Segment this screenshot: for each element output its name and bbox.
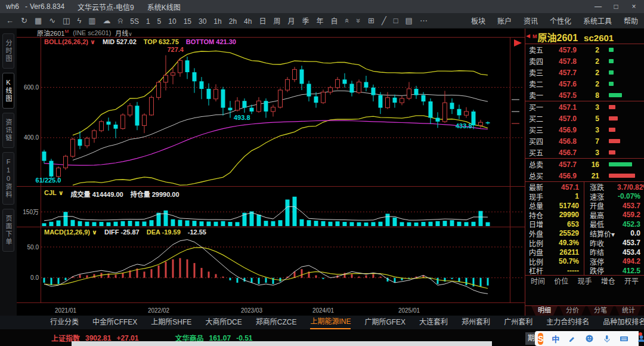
period-button-9[interactable]: 4h	[244, 17, 252, 26]
sidebar-tab-f10[interactable]: F10资料	[2, 152, 14, 205]
toolbar-kline-chart-icon[interactable]: ◫	[63, 16, 70, 25]
period-button-7[interactable]: 1h	[213, 17, 221, 26]
menu-account[interactable]: 账户	[497, 16, 512, 26]
bottom-tab-dce[interactable]: 大商所DCE	[205, 316, 242, 329]
macd-label[interactable]: MACD(12,26,9) ∨	[44, 228, 97, 236]
period-selector[interactable]: 月线∨	[115, 28, 132, 38]
menu-personalize[interactable]: 个性化	[550, 16, 571, 26]
detail-label: 涨停	[584, 257, 617, 267]
period-button-8[interactable]: 2h	[229, 17, 237, 26]
user-icon[interactable]	[637, 334, 644, 343]
app-window: wh6 - Ver6.8.834 文华云节点-电信9 系统K线图 —□× ←↻▦…	[0, 0, 644, 346]
ladder-bar-wrap	[599, 139, 642, 143]
period-button-3[interactable]: 5	[157, 17, 162, 26]
close-button[interactable]: ×	[630, 2, 638, 11]
panel-tab-price-dist[interactable]: 分价	[559, 306, 586, 316]
ladder-qty-bar	[609, 59, 614, 63]
toolbar-more-icon[interactable]: ⋯	[420, 16, 428, 25]
period-button-4[interactable]: 10	[168, 17, 176, 26]
bottom-tab-cffex[interactable]: 中金所CFFEX	[92, 316, 137, 329]
bottom-tab-ine[interactable]: 上期能源INE	[310, 316, 351, 329]
panel-tab-ticks[interactable]: 分笔	[587, 306, 614, 316]
toolbar-report-icon[interactable]: ▤	[405, 16, 413, 25]
panel-symbol-code: sc2601	[584, 33, 614, 43]
boll-label[interactable]: BOLL(26,26,2) ∨	[44, 38, 95, 46]
boll-bottom-value: BOTTOM 421.30	[186, 38, 236, 46]
period-button-6[interactable]: 30	[199, 17, 206, 26]
toolbar-multi-chart-icon[interactable]: ▥	[88, 16, 95, 25]
keyboard-icon[interactable]	[620, 334, 628, 343]
toolbar-refresh-icon[interactable]: ↻	[21, 16, 27, 25]
ladder-row-ask[interactable]: 卖三457.72	[525, 67, 644, 78]
period-button-1[interactable]: 5S	[130, 17, 139, 26]
bottom-tab-industry[interactable]: 行业分类	[50, 316, 79, 329]
toolbar-quote-table-icon[interactable]: ▦	[35, 16, 42, 25]
maximize-button[interactable]: □	[612, 2, 620, 11]
period-button-14[interactable]: 年	[316, 17, 323, 26]
ladder-row-total[interactable]: 总卖457.716	[525, 159, 644, 170]
ime-language-mode[interactable]: 中	[552, 333, 559, 344]
tape-body[interactable]	[525, 286, 644, 307]
toolbar-add-pane-icon[interactable]: ⊞	[368, 16, 374, 25]
ladder-row-bid[interactable]: 买三456.93	[525, 124, 644, 135]
bottom-tab-shfe[interactable]: 上期所SHFE	[151, 316, 191, 329]
detail-label: 现手	[529, 191, 548, 202]
bottom-tab-dalian-arb[interactable]: 大连套利	[419, 316, 448, 329]
sidebar-tab-page-order[interactable]: 页面下单	[2, 209, 14, 252]
microphone-icon[interactable]	[602, 334, 611, 343]
panel-tab-stats[interactable]: 统计	[615, 306, 642, 316]
menu-boards[interactable]: 板块	[471, 16, 485, 26]
bottom-tab-weighted-rank[interactable]: 品种加权排名	[603, 316, 644, 329]
toolbar-time-chart-icon[interactable]: ∿	[49, 16, 55, 25]
toolbar-expand-down-icon[interactable]: »	[351, 18, 366, 23]
ladder-row-ask[interactable]: 卖一457.58	[525, 89, 644, 101]
menu-help[interactable]: 帮助	[624, 16, 638, 26]
ladder-row-bid[interactable]: 买四456.87	[525, 135, 644, 147]
emoji-icon[interactable]	[585, 334, 594, 343]
detail-label: 持仓	[529, 210, 548, 220]
bottom-tab-main-contract-rank[interactable]: 主力合约排名	[546, 316, 589, 329]
period-button-11[interactable]: 周	[273, 17, 280, 26]
pen-icon[interactable]	[568, 334, 577, 343]
bottom-tab-zhengzhou-arb[interactable]: 郑州套利	[462, 316, 490, 329]
menu-news[interactable]: 资讯	[524, 16, 538, 26]
ladder-row-ask[interactable]: 卖四457.82	[525, 55, 644, 67]
period-button-5[interactable]: 15	[184, 17, 191, 26]
cjl-label[interactable]: CJL ∨	[44, 189, 64, 199]
ladder-row-bid[interactable]: 买一457.13	[525, 101, 644, 113]
sogou-logo-icon[interactable]: S	[538, 333, 543, 345]
bottom-tab-czce[interactable]: 郑商所CZCE	[256, 316, 297, 329]
ladder-row-ask[interactable]: 卖五457.92	[525, 44, 644, 55]
kline-chart-canvas[interactable]: 600.0400.0150万50.00.0727.4493.8433.861/2…	[17, 37, 525, 306]
ladder-qty-bar	[609, 82, 614, 86]
bottom-tab-guangzhou-arb[interactable]: 广州套利	[504, 316, 532, 329]
toolbar-back-icon[interactable]: ←	[6, 16, 14, 25]
bottom-tab-gfex[interactable]: 广期所GFEX	[364, 316, 405, 329]
toolbar-rect-tool-icon[interactable]: □	[394, 16, 398, 25]
period-button-2[interactable]: 1	[146, 17, 150, 26]
minimize-button[interactable]: —	[594, 2, 602, 11]
menu-system-tools[interactable]: 系统工具	[583, 16, 612, 26]
period-button-13[interactable]: 季	[302, 17, 309, 26]
toolbar-alert-icon[interactable]: ⍾	[118, 16, 123, 25]
ladder-row-ask[interactable]: 卖二457.62	[525, 78, 644, 89]
ladder-row-total[interactable]: 总买456.921	[525, 170, 644, 181]
period-button-12[interactable]: 月	[287, 17, 295, 26]
ladder-qty-bar	[609, 128, 615, 132]
toolbar-draw-line-icon[interactable]: ╱	[382, 16, 386, 25]
title-dash: -	[25, 2, 27, 11]
sidebar-tab-kline[interactable]: K线图	[2, 73, 14, 109]
x-axis: 2021/012022/022023/032024/012025/01	[17, 306, 525, 316]
toolbar-cloud-icon[interactable]: ☁	[103, 16, 111, 25]
sidebar-tab-news-chain[interactable]: 资讯链	[2, 113, 14, 148]
tape-header: 时间价位现手增仓开平	[525, 275, 644, 286]
period-button-10[interactable]: 日	[259, 17, 266, 26]
ladder-row-bid[interactable]: 买二457.05	[525, 113, 644, 124]
sidebar-tab-time-chart[interactable]: 分时图	[2, 33, 14, 69]
ladder-qty-bar	[609, 174, 635, 178]
panel-tab-detail[interactable]: 明细	[531, 306, 558, 316]
toolbar-indicator-icon[interactable]: ϟ	[77, 16, 81, 25]
ladder-qty: 5	[577, 115, 599, 123]
ladder-row-bid[interactable]: 买五456.73	[525, 147, 644, 158]
period-button-15[interactable]: 自	[331, 17, 338, 26]
